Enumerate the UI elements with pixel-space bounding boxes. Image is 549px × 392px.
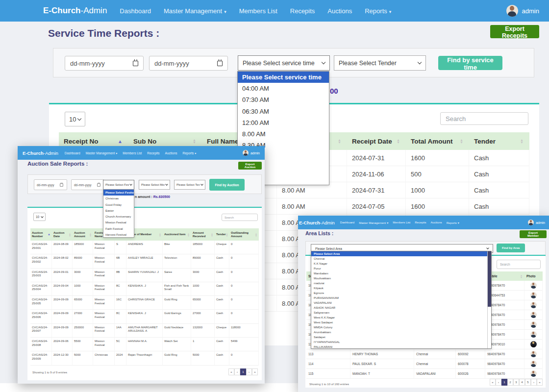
column-header-auction-date[interactable]: Auction Date▲▼ [52, 228, 73, 241]
option-kilpauk[interactable]: Kilpauk [311, 286, 491, 291]
calendar-icon[interactable] [60, 183, 63, 186]
nav-item-reports[interactable]: Reports▾ [183, 151, 197, 155]
user-menu[interactable]: admin [506, 5, 539, 17]
search-input[interactable] [497, 260, 541, 269]
page-button-2[interactable]: 2 [507, 379, 513, 386]
date-from-input[interactable]: dd-mm-yyyy [34, 179, 67, 190]
date-to-input[interactable]: dd-mm-yyyy [71, 179, 104, 190]
column-header-photo[interactable]: Photo [524, 271, 543, 281]
page-button-1[interactable]: 1 [501, 379, 507, 386]
nav-item-recepits[interactable]: Recepits [415, 221, 426, 224]
option-saligramam[interactable]: Saligramam [311, 310, 491, 315]
option-mmda-colony[interactable]: MMDA Colony [311, 325, 491, 330]
column-header-receipt-date[interactable]: Receipt Date▲▼ [347, 132, 406, 150]
page-button-item[interactable]: » [252, 368, 258, 375]
nav-item-members-list[interactable]: Members List [239, 7, 277, 15]
option-vadapalani[interactable]: VADAPALANI [311, 300, 491, 305]
calendar-icon[interactable] [133, 61, 138, 66]
page-button-item[interactable]: › [531, 379, 537, 386]
option-moulivakkam[interactable]: Moulivakkam [311, 276, 491, 281]
option-saidapet[interactable]: Saidapet [311, 335, 491, 340]
page-button-item[interactable]: « [490, 379, 496, 386]
nav-item-dashboard[interactable]: Dashboard [120, 7, 151, 15]
export-receipts-button[interactable]: Export Recepits [490, 25, 539, 38]
user-menu[interactable]: admin [243, 150, 260, 156]
user-menu[interactable]: admin [528, 220, 545, 225]
find-by-auction-button[interactable]: Find by Auction [209, 179, 245, 191]
option-church-anniversary[interactable]: Church Anniversary [103, 214, 134, 220]
column-header-auction-number[interactable]: Auction Number▲ [30, 228, 52, 241]
tender-select[interactable]: Please Select Tender [334, 55, 426, 71]
column-header-tender[interactable]: Tender▲▼ [469, 132, 529, 150]
nav-item-recepits[interactable]: Recepits [290, 7, 315, 15]
scrollbar-thumb[interactable] [488, 251, 491, 307]
option-chennai[interactable]: Chennai [311, 256, 491, 261]
option-porur[interactable]: Porur [311, 266, 491, 271]
option-please-select-service-time[interactable]: Please Select service time [238, 72, 329, 83]
option-12-00-am[interactable]: 12:00 AM [238, 117, 329, 128]
option-mambalam[interactable]: Mambalam [311, 271, 491, 276]
page-button-4[interactable]: 4 [519, 379, 525, 386]
column-header-auctioned-item[interactable]: Auctioned Item▲▼ [163, 228, 191, 241]
export-auction-button[interactable]: Export Auction [238, 162, 262, 170]
page-button-item[interactable]: « [228, 368, 234, 375]
option-good-friday[interactable]: Good Friday [103, 202, 134, 208]
option-mission-festival[interactable]: Mission Festival [103, 220, 134, 225]
column-header-tender[interactable]: Tender▲▼ [215, 228, 229, 241]
column-header-total-amount[interactable]: Total Amount▲▼ [406, 132, 469, 150]
nav-item-members-list[interactable]: Members List [393, 221, 410, 224]
page-size-select[interactable]: 10 [33, 213, 46, 221]
option-pallikarani[interactable]: PALLIKARANI [311, 344, 491, 349]
date-from-input[interactable]: dd-mm-yyyy [65, 56, 144, 71]
nav-item-master-management[interactable]: Master Management▾ [359, 221, 388, 224]
option-easter[interactable]: Easter [103, 208, 134, 214]
nav-item-auctions[interactable]: Auctions [431, 221, 442, 224]
option-ashok-nagar[interactable]: ASHOK NAGAR [311, 305, 491, 310]
page-size-select[interactable]: 10 [65, 112, 85, 126]
column-header-amount-recevied[interactable]: Amount Recevied▲▼ [191, 228, 215, 241]
nav-item-auctions[interactable]: Auctions [327, 7, 352, 15]
option-8-00-am[interactable]: 8.00 AM [238, 128, 329, 140]
nav-item-dashboard[interactable]: Dashboard [340, 221, 354, 224]
option-purasaivakkam[interactable]: PURASAIVAKKAM [311, 295, 491, 300]
option-06-30-am[interactable]: 06:30 AM [238, 106, 329, 117]
export-member-button[interactable]: Export Member [520, 230, 547, 238]
nav-item-members-list[interactable]: Members List [123, 151, 142, 155]
nav-item-master-management[interactable]: Master Management▾ [86, 151, 118, 155]
option-k-k-nagar[interactable]: K.K Nagar [311, 261, 491, 266]
member-select[interactable]: Please Select Member [139, 180, 170, 190]
nav-item-reports[interactable]: Reports▾ [365, 7, 391, 15]
option-please-select-area[interactable]: Please Select Area [311, 251, 491, 256]
date-to-input[interactable]: dd-mm-yyyy [149, 56, 228, 71]
option-west-saidapet[interactable]: West Saidapet [311, 320, 491, 325]
page-button-item[interactable]: ‹ [496, 379, 501, 386]
festival-select[interactable]: Please Select Festival [103, 180, 134, 190]
option-iyyapanthangal[interactable]: IYYAPANTHANGAL [311, 340, 491, 344]
page-button-item[interactable]: ‹ [234, 368, 240, 375]
calendar-icon[interactable] [217, 61, 223, 66]
calendar-icon[interactable] [97, 183, 100, 186]
search-input[interactable] [440, 112, 528, 125]
brand-logo[interactable]: E-Church-Admin [299, 220, 335, 225]
search-input[interactable] [222, 214, 258, 221]
option-west-k-k-nagar[interactable]: West K.K.Nagar [311, 315, 491, 320]
option-04-00-am[interactable]: 04:00 AM [238, 83, 329, 94]
column-header-auction-amount[interactable]: Auction Amount▲▼ [73, 228, 93, 241]
option-07-30-am[interactable]: 07:30 AM [238, 94, 329, 105]
page-button-item[interactable]: » [537, 379, 543, 386]
column-header-outstanding-amount[interactable]: OutStanding Amount▲▼ [229, 228, 259, 241]
nav-item-master-management[interactable]: Master Management▾ [164, 7, 226, 15]
nav-item-auctions[interactable]: Auctions [165, 151, 177, 155]
brand-logo[interactable]: E-Church-Admin [23, 150, 58, 156]
option-christmas[interactable]: Christmas [103, 196, 134, 201]
option-harvest-festival[interactable]: Harvest Festival [103, 232, 134, 238]
option-madurai[interactable]: madurai [311, 281, 491, 286]
page-button-item[interactable]: › [246, 368, 252, 375]
option-faith-festival[interactable]: Faith Festival [103, 226, 134, 232]
option-arumbakkam[interactable]: Arumbakkam [311, 330, 491, 335]
option-egmore[interactable]: Egmore [311, 291, 491, 295]
page-button-1[interactable]: 1 [240, 368, 246, 375]
find-by-area-button[interactable]: Find by Area [497, 244, 525, 252]
page-button-5[interactable]: 5 [525, 379, 531, 386]
nav-item-dashboard[interactable]: Dashboard [65, 151, 80, 155]
